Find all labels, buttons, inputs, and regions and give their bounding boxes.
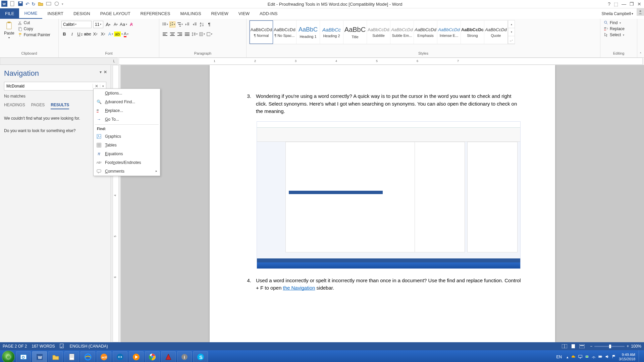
show-hide-icon[interactable]: ¶ xyxy=(206,21,212,27)
collapse-ribbon-icon[interactable]: ˄ xyxy=(637,19,644,57)
font-color-icon[interactable]: A▾ xyxy=(123,31,129,38)
underline-icon[interactable]: U▾ xyxy=(77,31,83,38)
tab-home[interactable]: HOME xyxy=(19,8,42,19)
style-no-spacing[interactable]: AaBbCcDd¶ No Spac... xyxy=(273,20,297,44)
tray-time[interactable]: 9:49 AM xyxy=(619,353,635,357)
embedded-screenshot-image[interactable] xyxy=(257,121,521,269)
task-app-red[interactable] xyxy=(161,351,176,362)
nav-tab-results[interactable]: RESULTS xyxy=(51,103,69,109)
subscript-icon[interactable]: X2 xyxy=(92,31,98,38)
tray-network-icon[interactable] xyxy=(591,354,596,360)
format-painter-button[interactable]: Format Painter xyxy=(17,32,51,38)
menu-graphics[interactable]: Graphics xyxy=(94,132,160,141)
undo-icon[interactable]: ↶ xyxy=(25,1,30,7)
zoom-out-icon[interactable]: − xyxy=(590,344,592,349)
tab-mailings[interactable]: MAILINGS xyxy=(175,8,206,19)
gallery-up-icon[interactable]: ▴ xyxy=(508,20,515,28)
paragraph-4-text[interactable]: Used a word incorrectly or spelt it inco… xyxy=(256,277,522,292)
task-chrome[interactable] xyxy=(145,351,160,362)
tab-selector[interactable]: L xyxy=(0,58,117,65)
gallery-more-icon[interactable]: ⎯▾ xyxy=(508,36,515,44)
task-skype[interactable]: S xyxy=(193,351,208,362)
qat-icon-3[interactable] xyxy=(54,1,60,8)
highlight-icon[interactable]: ab▾ xyxy=(115,31,121,38)
nav-tab-headings[interactable]: HEADINGS xyxy=(4,103,25,109)
nav-tab-pages[interactable]: PAGES xyxy=(31,103,45,109)
numbering-icon[interactable]: 12▾ xyxy=(169,21,175,27)
find-button[interactable]: Find ▾ xyxy=(603,20,625,25)
styles-gallery[interactable]: AaBbCcDd¶ Normal AaBbCcDd¶ No Spac... Aa… xyxy=(249,20,515,44)
menu-advanced-find[interactable]: 🔍Advanced Find... xyxy=(94,98,160,106)
paragraph-3-text[interactable]: Wondering if you're using a word correct… xyxy=(256,93,522,115)
replace-button[interactable]: abacReplace xyxy=(603,26,625,32)
bold-icon[interactable]: B xyxy=(61,31,67,38)
menu-tables[interactable]: Tables xyxy=(94,141,160,149)
show-desktop-button[interactable] xyxy=(639,350,642,362)
task-explorer[interactable] xyxy=(48,351,63,362)
menu-footnotes[interactable]: AB¹Footnotes/Endnotes xyxy=(94,158,160,167)
style-intense-emphasis[interactable]: AaBbCcDdIntense E... xyxy=(437,20,461,44)
menu-options[interactable]: Options... xyxy=(94,89,160,98)
search-options-dropdown-icon[interactable]: ▾ xyxy=(100,84,106,88)
user-name[interactable]: Sheila Campbell ▾ xyxy=(600,8,635,19)
read-mode-icon[interactable] xyxy=(561,344,568,349)
user-avatar-icon[interactable] xyxy=(637,8,644,16)
task-word[interactable]: W xyxy=(32,351,47,362)
tab-design[interactable]: DESIGN xyxy=(68,8,95,19)
ribbon-display-icon[interactable]: ⬚ xyxy=(614,1,618,7)
zoom-level[interactable]: 100% xyxy=(631,344,641,349)
minimize-icon[interactable]: — xyxy=(622,1,626,7)
borders-icon[interactable]: ▾ xyxy=(206,31,212,37)
tab-review[interactable]: REVIEW xyxy=(206,8,233,19)
task-teamviewer[interactable] xyxy=(113,351,127,362)
change-case-icon[interactable]: Aa▾ xyxy=(120,21,126,28)
task-notepad[interactable] xyxy=(64,351,79,362)
tab-file[interactable]: FILE xyxy=(0,8,19,19)
nav-close-icon[interactable]: ✕ xyxy=(104,70,107,74)
task-ie[interactable] xyxy=(80,351,95,362)
clear-formatting-icon[interactable]: A̷ xyxy=(128,21,134,28)
superscript-icon[interactable]: X2 xyxy=(100,31,106,38)
open-icon[interactable] xyxy=(38,1,44,8)
gallery-down-icon[interactable]: ▾ xyxy=(508,28,515,36)
help-icon[interactable]: ? xyxy=(608,1,610,7)
status-page[interactable]: PAGE 2 OF 2 xyxy=(3,344,27,349)
tray-flag-icon[interactable] xyxy=(611,354,616,360)
start-button[interactable] xyxy=(2,351,15,362)
tray-expand-icon[interactable]: ▴ xyxy=(567,355,569,359)
web-layout-icon[interactable] xyxy=(579,344,585,349)
save-icon[interactable] xyxy=(17,1,23,8)
clear-search-icon[interactable]: ✕ xyxy=(93,84,100,88)
paste-button[interactable]: Paste ▾ xyxy=(3,20,16,40)
nav-search-input[interactable] xyxy=(4,84,93,88)
bullets-icon[interactable]: ▾ xyxy=(162,21,168,27)
close-icon[interactable]: ✕ xyxy=(637,1,641,7)
nav-dropdown-icon[interactable]: ▾ xyxy=(100,70,102,74)
zoom-in-icon[interactable]: + xyxy=(627,344,629,349)
tray-onedrive-icon[interactable] xyxy=(571,354,576,360)
decrease-indent-icon[interactable] xyxy=(184,21,190,27)
menu-comments[interactable]: Comments▸ xyxy=(94,167,160,176)
status-language[interactable]: ENGLISH (CANADA) xyxy=(70,344,108,349)
copy-button[interactable]: Copy xyxy=(17,26,51,32)
status-word-count[interactable]: 167 WORDS xyxy=(32,344,55,349)
style-heading2[interactable]: AaBbCcHeading 2 xyxy=(320,20,343,44)
style-title[interactable]: AaBbCTitle xyxy=(343,20,367,44)
align-left-icon[interactable] xyxy=(162,31,168,37)
text-effects-icon[interactable]: A▾ xyxy=(108,31,114,38)
style-heading1[interactable]: AaBbCHeading 1 xyxy=(297,20,320,44)
tray-date[interactable]: 3/15/2018 xyxy=(619,357,635,361)
document-viewport[interactable]: 3. Wondering if you're using a word corr… xyxy=(121,65,644,342)
nav-search-box[interactable]: ✕ ▾ xyxy=(4,82,106,90)
font-name-input[interactable]: Calibri▾ xyxy=(61,21,92,28)
multilevel-list-icon[interactable]: ▾ xyxy=(177,21,183,27)
language-indicator[interactable]: EN xyxy=(554,355,564,359)
document-page[interactable]: 3. Wondering if you're using a word corr… xyxy=(210,65,555,342)
line-spacing-icon[interactable]: ▾ xyxy=(192,31,198,37)
sort-icon[interactable]: AZ xyxy=(199,21,205,27)
shading-icon[interactable]: ▾ xyxy=(199,31,205,37)
task-outlook[interactable]: O xyxy=(16,351,31,362)
grow-font-icon[interactable]: A▴ xyxy=(105,21,111,28)
style-strong[interactable]: AaBbCcDcStrong xyxy=(461,20,484,44)
new-doc-icon[interactable] xyxy=(9,1,15,8)
